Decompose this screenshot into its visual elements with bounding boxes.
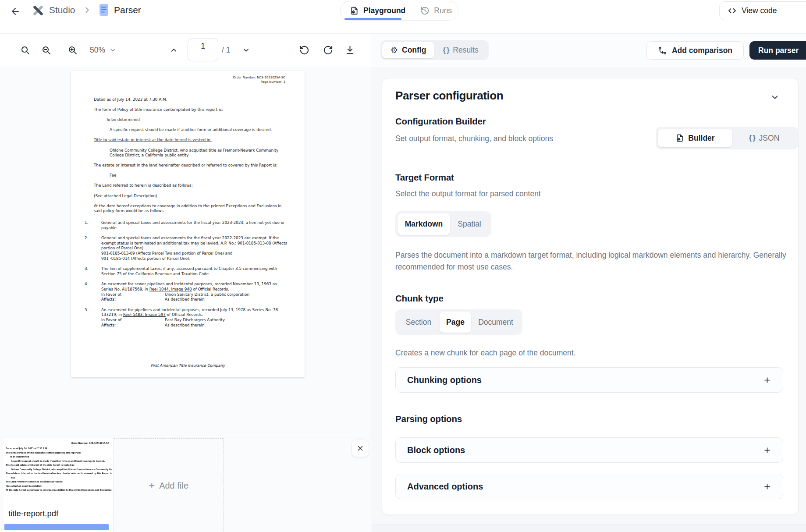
chunking-options-expander[interactable]: Chunking options bbox=[395, 367, 783, 393]
parsing-options-heading: Parsing options bbox=[395, 414, 462, 424]
document-paragraph: To be determined bbox=[106, 117, 287, 123]
option-spatial[interactable]: Spatial bbox=[450, 213, 489, 235]
document-viewer[interactable]: Order Number: NCS-1031025A-SC Page Numbe… bbox=[0, 67, 372, 437]
previous-page-button[interactable] bbox=[168, 34, 179, 66]
run-parser-button[interactable]: Run parser bbox=[749, 41, 806, 60]
builder-doc-icon bbox=[675, 134, 684, 142]
chunk-type-description: Creates a new chunk for each page of the… bbox=[395, 347, 792, 359]
next-page-button[interactable] bbox=[240, 34, 252, 66]
document-list-item: 3.The lien of supplemental taxes, if any… bbox=[85, 266, 287, 277]
add-comparison-button[interactable]: Add comparison bbox=[646, 41, 744, 60]
zoom-in-icon bbox=[67, 45, 78, 55]
toggle-json[interactable]: { } JSON bbox=[732, 129, 796, 147]
tab-config[interactable]: ⚙ Config bbox=[382, 42, 434, 58]
configuration-builder-subtext: Set output format, chunking, and block o… bbox=[395, 134, 553, 143]
tab-playground-label: Playground bbox=[363, 6, 405, 15]
tab-playground[interactable]: Playground bbox=[342, 1, 413, 20]
document-list-item: 2.General and special taxes and assessme… bbox=[85, 236, 287, 261]
chunking-options-label: Chunking options bbox=[407, 375, 482, 385]
chevron-down-icon bbox=[109, 46, 117, 54]
download-icon bbox=[345, 45, 355, 55]
parser-configuration-card: Parser configuration Configuration Build… bbox=[382, 78, 799, 515]
zoom-in-button[interactable] bbox=[67, 34, 78, 66]
thumbnail-filename: title-report.pdf bbox=[8, 509, 58, 518]
breadcrumb-chevron-icon bbox=[82, 5, 92, 15]
configuration-builder-heading: Configuration Builder bbox=[395, 116, 486, 127]
document-paragraph: (See attached Legal Description) bbox=[94, 194, 287, 199]
advanced-options-expander[interactable]: Advanced options bbox=[395, 474, 783, 499]
arrow-left-icon bbox=[10, 6, 21, 17]
view-code-label: View code bbox=[742, 6, 777, 15]
chevron-down-icon bbox=[770, 92, 780, 102]
breadcrumb-studio[interactable]: Studio bbox=[49, 5, 75, 15]
mode-tabs: Playground Runs bbox=[340, 1, 458, 21]
document-list-item: 5.An easement for pipelines and incident… bbox=[85, 308, 287, 328]
playground-icon bbox=[350, 6, 359, 15]
document-paragraph: The estate or interest in the land herei… bbox=[94, 163, 287, 168]
tab-runs-label: Runs bbox=[434, 6, 452, 15]
search-button[interactable] bbox=[19, 34, 31, 66]
page-number-input[interactable] bbox=[188, 39, 218, 61]
option-markdown[interactable]: Markdown bbox=[398, 213, 450, 235]
top-header: Studio Parser Playground Runs View code bbox=[0, 0, 806, 34]
target-format-heading: Target Format bbox=[395, 172, 454, 183]
zoom-level-dropdown[interactable]: 50% bbox=[90, 34, 117, 66]
document-paragraph: The Land referred to herein is described… bbox=[94, 183, 287, 188]
thumbnail-title-report[interactable]: Order Number: NCS-1031025A-SCDated as of… bbox=[4, 438, 114, 532]
thumbnail-doc: Order Number: NCS-1031025A-SCDated as of… bbox=[6, 441, 112, 492]
document-footer: First American Title Insurance Company bbox=[71, 363, 305, 368]
document-paragraph: Title to said estate or interest at the … bbox=[94, 138, 287, 143]
tab-results-label: Results bbox=[453, 46, 478, 55]
chevron-down-icon bbox=[242, 46, 250, 54]
tab-config-label: Config bbox=[402, 46, 426, 55]
add-file-dropzone[interactable]: + Add file bbox=[114, 438, 224, 532]
close-strip-button[interactable] bbox=[352, 440, 369, 457]
doc-list: 1.General and special taxes and assessme… bbox=[85, 220, 287, 328]
option-section-label: Section bbox=[406, 318, 431, 327]
rotate-cw-button[interactable] bbox=[322, 34, 334, 66]
braces-icon: { } bbox=[749, 134, 755, 142]
breadcrumb-parser[interactable]: Parser bbox=[114, 5, 141, 15]
download-button[interactable] bbox=[344, 34, 356, 66]
braces-icon: { } bbox=[443, 46, 449, 54]
thumbnail-selected-indicator bbox=[4, 524, 109, 530]
rotate-ccw-icon bbox=[299, 45, 309, 55]
add-comparison-label: Add comparison bbox=[672, 46, 732, 55]
zoom-out-button[interactable] bbox=[40, 34, 52, 66]
studio-logo-icon[interactable] bbox=[32, 4, 45, 17]
run-parser-label: Run parser bbox=[758, 46, 799, 55]
collapse-panel-button[interactable] bbox=[770, 92, 780, 102]
target-format-subtext: Select the output format for parsed cont… bbox=[395, 189, 541, 199]
panel-title: Parser configuration bbox=[395, 89, 503, 103]
zoom-level-value: 50% bbox=[90, 46, 105, 55]
option-page[interactable]: Page bbox=[440, 312, 471, 333]
doc-body: Dated as of July 14, 2023 at 7:30 A.M.Th… bbox=[85, 97, 287, 214]
tab-runs[interactable]: Runs bbox=[413, 1, 459, 20]
history-icon bbox=[420, 6, 430, 15]
config-results-tabs: ⚙ Config { } Results bbox=[380, 40, 489, 60]
document-paragraph: Fee bbox=[110, 173, 287, 178]
tab-results[interactable]: { } Results bbox=[434, 42, 486, 58]
back-button[interactable] bbox=[10, 6, 21, 17]
document-page: Order Number: NCS-1031025A-SC Page Numbe… bbox=[71, 71, 305, 377]
builder-json-toggle: Builder { } JSON bbox=[656, 127, 798, 149]
document-paragraph: Ohlone Community College District, who a… bbox=[110, 148, 287, 158]
zoom-out-icon bbox=[41, 45, 51, 55]
option-document[interactable]: Document bbox=[471, 312, 520, 333]
document-paragraph: A specific request should be made if ano… bbox=[110, 128, 287, 133]
parser-document-icon bbox=[98, 4, 110, 16]
option-section[interactable]: Section bbox=[398, 312, 440, 333]
target-format-toggle: Markdown Spatial bbox=[395, 211, 491, 237]
view-code-button[interactable]: View code bbox=[719, 1, 806, 20]
block-options-expander[interactable]: Block options bbox=[395, 437, 783, 463]
thumbnail-preview: Order Number: NCS-1031025A-SCDated as of… bbox=[6, 441, 112, 504]
plus-icon bbox=[763, 482, 771, 491]
document-body: Dated as of July 14, 2023 at 7:30 A.M.Th… bbox=[85, 97, 287, 333]
option-spatial-label: Spatial bbox=[458, 220, 481, 229]
rotate-ccw-button[interactable] bbox=[298, 34, 310, 66]
document-list-item: 4.An easement for sewer pipelines and in… bbox=[85, 282, 287, 302]
thumbnail-strip: Order Number: NCS-1031025A-SCDated as of… bbox=[0, 437, 372, 532]
block-options-label: Block options bbox=[407, 445, 465, 455]
toggle-builder[interactable]: Builder bbox=[658, 129, 732, 147]
option-document-label: Document bbox=[478, 318, 513, 327]
